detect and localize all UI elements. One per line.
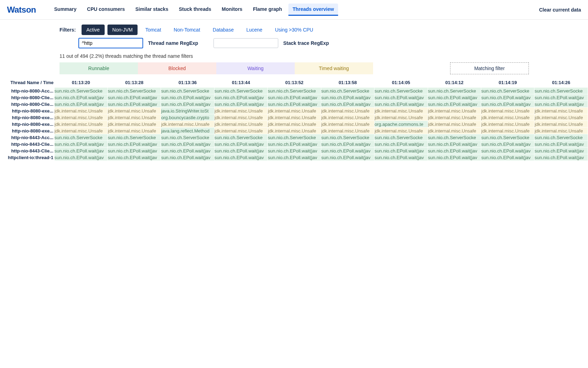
thread-state-cell[interactable]: jdk.internal.misc.Unsafe	[54, 114, 107, 121]
thread-state-cell[interactable]: sun.nio.ch.EPoll.wait(jav	[321, 101, 374, 108]
thread-name-cell[interactable]: http-nio-8080-exe...	[0, 121, 54, 128]
thread-state-cell[interactable]: sun.nio.ch.EPoll.wait(jav	[161, 141, 214, 148]
thread-name-cell[interactable]: http-nio-8443-Acc...	[0, 134, 54, 141]
thread-state-cell[interactable]: sun.nio.ch.ServerSocke	[268, 88, 321, 94]
tab-similar-stacks[interactable]: Similar stacks	[131, 4, 173, 16]
thread-state-cell[interactable]: sun.nio.ch.ServerSocke	[428, 88, 481, 94]
thread-state-cell[interactable]: sun.nio.ch.ServerSocke	[214, 88, 267, 94]
thread-state-cell[interactable]: jdk.internal.misc.Unsafe	[214, 114, 267, 121]
thread-state-cell[interactable]: sun.nio.ch.EPoll.wait(jav	[534, 101, 588, 108]
thread-state-cell[interactable]: sun.nio.ch.EPoll.wait(jav	[268, 141, 321, 148]
thread-state-cell[interactable]: sun.nio.ch.EPoll.wait(jav	[481, 154, 534, 161]
thread-state-cell[interactable]: jdk.internal.misc.Unsafe	[428, 128, 481, 134]
thread-state-cell[interactable]: jdk.internal.misc.Unsafe	[481, 114, 534, 121]
thread-state-cell[interactable]: jdk.internal.misc.Unsafe	[374, 114, 428, 121]
thread-state-cell[interactable]: sun.nio.ch.EPoll.wait(jav	[268, 148, 321, 154]
thread-state-cell[interactable]: sun.nio.ch.ServerSocke	[374, 134, 428, 141]
thread-state-cell[interactable]: sun.nio.ch.EPoll.wait(jav	[54, 94, 107, 101]
thread-state-cell[interactable]: sun.nio.ch.EPoll.wait(jav	[107, 141, 161, 148]
thread-state-cell[interactable]: jdk.internal.misc.Unsafe	[54, 108, 107, 114]
thread-state-cell[interactable]: sun.nio.ch.ServerSocke	[428, 134, 481, 141]
filter-chip-tomcat[interactable]: Tomcat	[140, 25, 166, 35]
thread-state-cell[interactable]: jdk.internal.misc.Unsafe	[428, 114, 481, 121]
thread-state-cell[interactable]: sun.nio.ch.EPoll.wait(jav	[428, 101, 481, 108]
thread-state-cell[interactable]: sun.nio.ch.EPoll.wait(jav	[54, 101, 107, 108]
thread-state-cell[interactable]: sun.nio.ch.ServerSocke	[107, 134, 161, 141]
tab-flame-graph[interactable]: Flame graph	[249, 4, 286, 16]
thread-name-cell[interactable]: http-nio-8443-Clie...	[0, 148, 54, 154]
thread-state-cell[interactable]: sun.nio.ch.ServerSocke	[481, 88, 534, 94]
thread-name-cell[interactable]: httpclient-io:thread-1	[0, 154, 54, 161]
tab-cpu-consumers[interactable]: CPU consumers	[83, 4, 129, 16]
thread-state-cell[interactable]: jdk.internal.misc.Unsafe	[268, 108, 321, 114]
thread-state-cell[interactable]: jdk.internal.misc.Unsafe	[481, 108, 534, 114]
thread-state-cell[interactable]: org.bouncycastle.crypto	[161, 114, 214, 121]
thread-state-cell[interactable]: sun.nio.ch.EPoll.wait(jav	[374, 154, 428, 161]
filter-chip-non-tomcat[interactable]: Non-Tomcat	[169, 25, 205, 35]
thread-name-cell[interactable]: http-nio-8080-exe...	[0, 114, 54, 121]
thread-state-cell[interactable]: sun.nio.ch.EPoll.wait(jav	[321, 94, 374, 101]
tab-stuck-threads[interactable]: Stuck threads	[175, 4, 216, 16]
thread-state-cell[interactable]: jdk.internal.misc.Unsafe	[534, 128, 588, 134]
thread-state-cell[interactable]: java.io.StringWriter.toSt	[161, 108, 214, 114]
thread-name-cell[interactable]: http-nio-8443-Clie...	[0, 141, 54, 148]
thread-state-cell[interactable]: sun.nio.ch.EPoll.wait(jav	[481, 141, 534, 148]
thread-state-cell[interactable]: jdk.internal.misc.Unsafe	[107, 114, 161, 121]
clear-data-link[interactable]: Clear current data	[539, 7, 581, 13]
thread-state-cell[interactable]: sun.nio.ch.EPoll.wait(jav	[481, 94, 534, 101]
thread-state-cell[interactable]: sun.nio.ch.EPoll.wait(jav	[534, 148, 588, 154]
thread-state-cell[interactable]: jdk.internal.misc.Unsafe	[321, 108, 374, 114]
thread-name-cell[interactable]: http-nio-8080-Clie...	[0, 94, 54, 101]
tab-threads-overview[interactable]: Threads overview	[288, 4, 338, 16]
thread-state-cell[interactable]: sun.nio.ch.EPoll.wait(jav	[107, 154, 161, 161]
thread-name-regexp-input[interactable]	[78, 38, 143, 48]
thread-state-cell[interactable]: sun.nio.ch.ServerSocke	[374, 88, 428, 94]
thread-state-cell[interactable]: sun.nio.ch.EPoll.wait(jav	[321, 154, 374, 161]
thread-state-cell[interactable]: org.apache.commons.te	[374, 121, 428, 128]
thread-state-cell[interactable]: sun.nio.ch.EPoll.wait(jav	[374, 141, 428, 148]
thread-state-cell[interactable]: jdk.internal.misc.Unsafe	[107, 108, 161, 114]
thread-state-cell[interactable]: jdk.internal.misc.Unsafe	[54, 121, 107, 128]
thread-state-cell[interactable]: sun.nio.ch.EPoll.wait(jav	[534, 94, 588, 101]
thread-state-cell[interactable]: sun.nio.ch.EPoll.wait(jav	[428, 94, 481, 101]
thread-state-cell[interactable]: sun.nio.ch.ServerSocke	[161, 134, 214, 141]
thread-state-cell[interactable]: sun.nio.ch.ServerSocke	[214, 134, 267, 141]
thread-state-cell[interactable]: jdk.internal.misc.Unsafe	[161, 121, 214, 128]
thread-state-cell[interactable]: sun.nio.ch.EPoll.wait(jav	[107, 101, 161, 108]
thread-state-cell[interactable]: sun.nio.ch.EPoll.wait(jav	[268, 154, 321, 161]
thread-state-cell[interactable]: jdk.internal.misc.Unsafe	[214, 121, 267, 128]
thread-state-cell[interactable]: jdk.internal.misc.Unsafe	[321, 128, 374, 134]
thread-state-cell[interactable]: sun.nio.ch.EPoll.wait(jav	[374, 148, 428, 154]
thread-state-cell[interactable]: sun.nio.ch.EPoll.wait(jav	[428, 141, 481, 148]
thread-state-cell[interactable]: sun.nio.ch.EPoll.wait(jav	[534, 154, 588, 161]
thread-name-cell[interactable]: http-nio-8080-exe...	[0, 108, 54, 114]
thread-state-cell[interactable]: jdk.internal.misc.Unsafe	[107, 128, 161, 134]
thread-state-cell[interactable]: sun.nio.ch.ServerSocke	[321, 88, 374, 94]
thread-state-cell[interactable]: sun.nio.ch.ServerSocke	[268, 134, 321, 141]
thread-state-cell[interactable]: jdk.internal.misc.Unsafe	[428, 121, 481, 128]
filter-chip-using-30-cpu[interactable]: Using >30% CPU	[270, 25, 318, 35]
stack-trace-regexp-input[interactable]	[214, 38, 278, 48]
thread-state-cell[interactable]: sun.nio.ch.EPoll.wait(jav	[214, 148, 267, 154]
thread-name-cell[interactable]: http-nio-8080-exe...	[0, 128, 54, 134]
thread-state-cell[interactable]: sun.nio.ch.EPoll.wait(jav	[54, 141, 107, 148]
thread-state-cell[interactable]: sun.nio.ch.EPoll.wait(jav	[214, 94, 267, 101]
thread-state-cell[interactable]: sun.nio.ch.EPoll.wait(jav	[107, 94, 161, 101]
thread-state-cell[interactable]: jdk.internal.misc.Unsafe	[321, 114, 374, 121]
thread-state-cell[interactable]: sun.nio.ch.EPoll.wait(jav	[54, 154, 107, 161]
thread-state-cell[interactable]: jdk.internal.misc.Unsafe	[534, 121, 588, 128]
thread-state-cell[interactable]: jdk.internal.misc.Unsafe	[268, 114, 321, 121]
thread-state-cell[interactable]: sun.nio.ch.EPoll.wait(jav	[268, 101, 321, 108]
thread-state-cell[interactable]: sun.nio.ch.ServerSocke	[161, 88, 214, 94]
thread-state-cell[interactable]: jdk.internal.misc.Unsafe	[321, 121, 374, 128]
thread-state-cell[interactable]: jdk.internal.misc.Unsafe	[54, 128, 107, 134]
thread-state-cell[interactable]: sun.nio.ch.ServerSocke	[54, 88, 107, 94]
thread-state-cell[interactable]: sun.nio.ch.EPoll.wait(jav	[268, 94, 321, 101]
thread-state-cell[interactable]: sun.nio.ch.EPoll.wait(jav	[321, 141, 374, 148]
thread-state-cell[interactable]: jdk.internal.misc.Unsafe	[268, 121, 321, 128]
thread-state-cell[interactable]: jdk.internal.misc.Unsafe	[214, 128, 267, 134]
thread-state-cell[interactable]: jdk.internal.misc.Unsafe	[481, 121, 534, 128]
thread-state-cell[interactable]: sun.nio.ch.EPoll.wait(jav	[374, 101, 428, 108]
tab-summary[interactable]: Summary	[50, 4, 81, 16]
thread-state-cell[interactable]: sun.nio.ch.EPoll.wait(jav	[161, 94, 214, 101]
